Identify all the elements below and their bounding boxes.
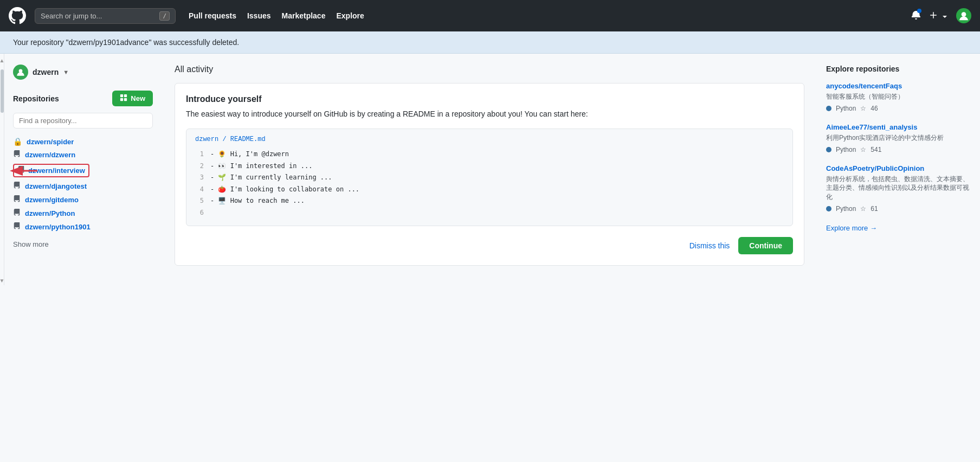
continue-button[interactable]: Continue <box>738 237 793 254</box>
repo-icon-djangotest <box>13 182 21 191</box>
explore-title: Explore repositories <box>826 65 971 73</box>
repo-link-spider[interactable]: dzwern/spider <box>27 138 74 146</box>
lock-icon: 🔒 <box>13 137 22 146</box>
code-line-1: 1 - 🌻 Hi, I'm @dzwern <box>195 149 784 161</box>
repo-icon-python1901 <box>13 222 21 232</box>
explore-repo-meta-1: Python ☆ 541 <box>826 146 971 153</box>
section-title: All activity <box>175 65 804 74</box>
page-layout: ▲ ▼ dzwern ▼ Repositories New 🔒 <box>0 54 980 285</box>
nav-explore[interactable]: Explore <box>336 11 364 20</box>
star-icon-0: ☆ <box>860 105 866 112</box>
repo-search-input[interactable] <box>13 113 153 129</box>
search-placeholder-text: Search or jump to... <box>41 12 102 20</box>
svg-point-0 <box>962 12 966 17</box>
code-line-5: 5 - 🖥️ How to reach me ... <box>195 195 784 207</box>
search-bar[interactable]: Search or jump to... / <box>35 8 176 24</box>
dismiss-button[interactable]: Dismiss this <box>689 241 730 250</box>
svg-rect-5 <box>124 98 127 101</box>
code-path-text: dzwern / README.md <box>195 136 266 143</box>
repo-link-gitdemo[interactable]: dzwern/gitdemo <box>25 196 79 204</box>
explore-repo-stars-2: 61 <box>871 205 878 213</box>
explore-repo-stars-0: 46 <box>871 105 878 112</box>
repos-title: Repositories <box>13 94 59 103</box>
code-line-3: 3 - 🌱 I'm currently learning ... <box>195 172 784 184</box>
explore-repo-desc-0: 智能客服系统（智能问答） <box>826 92 971 101</box>
explore-repo-2: CodeAsPoetry/PublicOpinion 舆情分析系统，包括爬虫、数… <box>826 164 971 213</box>
main-content: All activity Introduce yourself The easi… <box>162 54 817 285</box>
repo-item-interview: dzwern/interview <box>13 162 153 179</box>
nav-right <box>912 8 971 23</box>
repo-link-djangotest[interactable]: dzwern/djangotest <box>25 182 87 190</box>
show-more-button[interactable]: Show more <box>13 240 153 248</box>
line-num-4: 4 <box>195 184 204 196</box>
svg-rect-4 <box>120 98 123 101</box>
sidebar-dropdown-icon[interactable]: ▼ <box>63 69 69 75</box>
intro-card-desc: The easiest way to introduce yourself on… <box>186 108 793 120</box>
nav-issues[interactable]: Issues <box>247 11 271 20</box>
create-new-button[interactable] <box>929 10 947 22</box>
line-num-1: 1 <box>195 149 204 161</box>
navigation: Search or jump to... / Pull requests Iss… <box>0 0 980 31</box>
code-line-4: 4 - 🍅 I'm looking to collaborate on ... <box>195 184 784 196</box>
explore-repo-1: AimeeLee77/senti_analysis 利用Python实现酒店评论… <box>826 123 971 153</box>
repo-link-python[interactable]: dzwern/Python <box>25 209 75 217</box>
repo-icon-python <box>13 209 21 218</box>
explore-repo-stars-1: 541 <box>871 146 881 153</box>
sidebar-username[interactable]: dzwern <box>33 68 59 76</box>
explore-repo-name-1[interactable]: AimeeLee77/senti_analysis <box>826 123 971 131</box>
repo-item-python1901: dzwern/python1901 <box>13 220 153 234</box>
github-logo[interactable] <box>9 7 26 24</box>
explore-repo-name-2[interactable]: CodeAsPoetry/PublicOpinion <box>826 164 971 172</box>
svg-rect-2 <box>120 94 123 97</box>
line-content-4: - 🍅 I'm looking to collaborate on ... <box>210 184 359 196</box>
explore-more-link[interactable]: Explore more → <box>826 224 877 232</box>
sidebar-user: dzwern ▼ <box>13 65 153 80</box>
repo-item-gitdemo: dzwern/gitdemo <box>13 193 153 207</box>
red-arrow <box>8 160 40 182</box>
repo-item-djangotest: dzwern/djangotest <box>13 179 153 193</box>
star-icon-1: ☆ <box>860 146 866 153</box>
explore-repo-desc-1: 利用Python实现酒店评论的中文情感分析 <box>826 133 971 143</box>
explore-repo-meta-0: Python ☆ 46 <box>826 105 971 112</box>
new-repo-button[interactable]: New <box>112 91 153 106</box>
line-content-3: - 🌱 I'm currently learning ... <box>210 172 332 184</box>
line-content-2: - 👀 I'm interested in ... <box>210 161 312 172</box>
explore-repo-name-0[interactable]: anycodes/tencentFaqs <box>826 82 971 90</box>
new-repo-label: New <box>131 94 145 102</box>
star-icon-2: ☆ <box>860 205 866 213</box>
explore-repo-0: anycodes/tencentFaqs 智能客服系统（智能问答） Python… <box>826 82 971 112</box>
nav-links: Pull requests Issues Marketplace Explore <box>189 11 364 20</box>
scroll-thumb[interactable] <box>1 69 4 113</box>
line-num-5: 5 <box>195 195 204 207</box>
code-path: dzwern / README.md <box>195 136 784 143</box>
intro-card: Introduce yourself The easiest way to in… <box>175 83 804 266</box>
lang-dot-2 <box>826 206 831 211</box>
line-content-1: - 🌻 Hi, I'm @dzwern <box>210 149 289 161</box>
repo-icon-dzwern <box>13 150 21 159</box>
sidebar-avatar <box>13 65 28 80</box>
line-num-2: 2 <box>195 161 204 172</box>
flash-message: Your repository "dzwern/py1901advance" w… <box>13 38 239 47</box>
explore-repo-desc-2: 舆情分析系统，包括爬虫、数据清洗、文本摘要、主题分类、情感倾向性识别以及分析结果… <box>826 175 971 202</box>
intro-card-title: Introduce yourself <box>186 94 793 104</box>
repo-link-dzwern[interactable]: dzwern/dzwern <box>25 151 75 159</box>
scrollbar[interactable]: ▲ ▼ <box>0 54 4 285</box>
user-avatar[interactable] <box>956 8 971 23</box>
card-actions: Dismiss this Continue <box>186 235 793 254</box>
flash-banner: Your repository "dzwern/py1901advance" w… <box>0 31 980 54</box>
nav-pull-requests[interactable]: Pull requests <box>189 11 236 20</box>
repo-icon-gitdemo <box>13 195 21 204</box>
repo-list: 🔒 dzwern/spider dzwern/dzwern dzwern/int… <box>13 135 153 234</box>
nav-marketplace[interactable]: Marketplace <box>282 11 326 20</box>
new-repo-icon <box>120 94 127 103</box>
notifications-button[interactable] <box>912 10 920 22</box>
repo-item-spider: 🔒 dzwern/spider <box>13 135 153 148</box>
repos-header: Repositories New <box>13 91 153 106</box>
lang-dot-0 <box>826 106 831 111</box>
explore-repo-lang-1: Python <box>836 146 856 153</box>
explore-repo-lang-2: Python <box>836 205 856 213</box>
code-line-6: 6 <box>195 207 784 219</box>
code-line-2: 2 - 👀 I'm interested in ... <box>195 161 784 172</box>
repo-link-python1901[interactable]: dzwern/python1901 <box>25 223 91 231</box>
lang-dot-1 <box>826 147 831 152</box>
